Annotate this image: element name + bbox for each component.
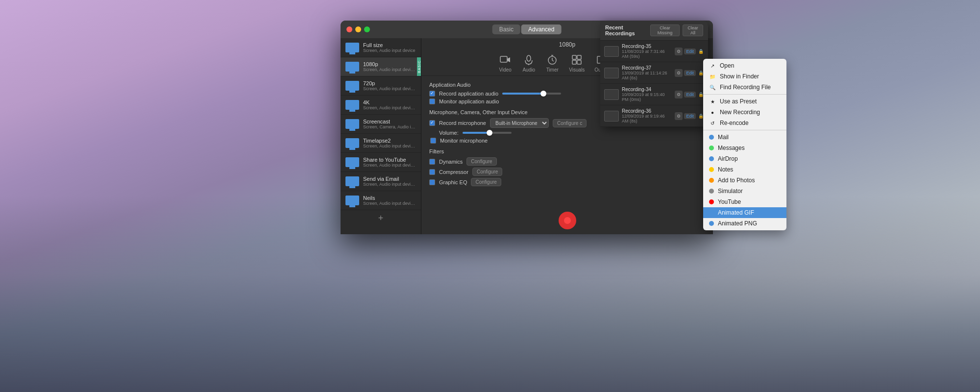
preset-icon: ★ [709, 98, 716, 105]
monitor-mic-label: Monitor microphone [440, 138, 488, 144]
video-icon [498, 54, 512, 66]
recording-lock-button[interactable]: 🔒 [697, 48, 704, 55]
ctx-mail[interactable]: Mail [703, 132, 786, 143]
recording-date: 11/08/2019 at 7:31:46 AM (59s) [622, 49, 672, 59]
context-menu-section-1: ↗ Open 📁 Show in Finder 🔍 Find Recording… [703, 59, 786, 95]
recording-name: Recording-36 [622, 108, 672, 114]
graphic-eq-label: Graphic EQ [439, 179, 467, 185]
minimize-button[interactable] [355, 26, 361, 32]
monitor-app-audio-checkbox[interactable] [429, 98, 435, 104]
compressor-checkbox[interactable] [429, 169, 435, 175]
record-app-audio-checkbox[interactable] [429, 91, 435, 97]
sidebar-item-1080p[interactable]: 1080p Screen, Audio input device,... BAS… [341, 57, 421, 76]
sidebar-item-share-youtube[interactable]: Share to YouTube Screen, Audio input dev… [341, 153, 421, 172]
ctx-notes[interactable]: Notes [703, 164, 786, 175]
compressor-configure-btn[interactable]: Configure [472, 168, 502, 176]
toolbar-visuals[interactable]: Visuals [569, 54, 585, 73]
ctx-new-recording[interactable]: ● New Recording [703, 107, 786, 118]
recording-item-34[interactable]: Recording-34 10/09/2019 at 9:15:40 PM (0… [600, 84, 708, 105]
app-audio-slider[interactable] [502, 93, 561, 95]
recording-gear-button[interactable]: ⚙ [675, 48, 683, 55]
recent-recordings-title: Recent Recordings [605, 24, 650, 36]
recording-gear-button[interactable]: ⚙ [675, 112, 683, 120]
sidebar-item-4k[interactable]: 4K Screen, Audio input device,... [341, 96, 421, 115]
recording-item-36[interactable]: Recording-36 12/09/2019 at 9:19:46 AM (8… [600, 105, 708, 127]
sidebar-item-send-email[interactable]: Send via Email Screen, Audio input devic… [341, 172, 421, 191]
toolbar-video[interactable]: Video [498, 54, 512, 73]
recording-item-35[interactable]: Recording-35 11/08/2019 at 7:31:46 AM (5… [600, 41, 708, 62]
mic-dropdown[interactable]: Built-in Microphone [490, 118, 549, 128]
recording-gear-button[interactable]: ⚙ [675, 69, 683, 77]
recording-edit-button[interactable]: Edit [684, 70, 696, 76]
airdrop-icon [709, 156, 714, 161]
graphic-eq-configure-btn[interactable]: Configure [471, 178, 501, 186]
recording-item-37[interactable]: Recording-37 13/09/2019 at 11:14:26 AM (… [600, 62, 708, 84]
monitor-mic-row: Monitor microphone [429, 138, 705, 144]
close-button[interactable] [346, 26, 352, 32]
ctx-animated-png[interactable]: Animated PNG [703, 218, 786, 229]
monitor-icon [345, 43, 359, 52]
recording-edit-button[interactable]: Edit [684, 49, 696, 54]
volume-slider[interactable] [463, 132, 512, 134]
graphic-eq-checkbox[interactable] [429, 179, 435, 185]
ctx-find-recording[interactable]: 🔍 Find Recording File [703, 82, 786, 93]
compressor-row: Compressor Configure [429, 168, 705, 176]
recording-thumbnail [604, 46, 619, 57]
sidebar-item-neils[interactable]: Neils Screen, Audio input device,... [341, 191, 421, 210]
recording-edit-button[interactable]: Edit [684, 113, 696, 119]
timer-icon [545, 54, 559, 66]
monitor-icon [345, 196, 359, 205]
svg-line-6 [552, 60, 554, 61]
toolbar-timer[interactable]: Timer [545, 54, 559, 73]
tab-advanced[interactable]: Advanced [521, 24, 561, 34]
ctx-open[interactable]: ↗ Open [703, 60, 786, 71]
context-menu-section-3: Mail Messages AirDrop Notes Add to Photo… [703, 130, 786, 230]
ctx-show-finder[interactable]: 📁 Show in Finder [703, 71, 786, 82]
basic-badge: BASIC [417, 57, 421, 76]
dynamics-checkbox[interactable] [429, 159, 435, 165]
ctx-reencode[interactable]: ↺ Re-encode [703, 118, 786, 128]
sidebar-item-title: 720p [363, 80, 416, 86]
ctx-simulator[interactable]: Simulator [703, 186, 786, 196]
svg-rect-10 [572, 60, 576, 64]
ctx-youtube[interactable]: YouTube [703, 196, 786, 207]
record-mic-checkbox[interactable] [429, 120, 435, 126]
ctx-use-preset[interactable]: ★ Use as Preset [703, 96, 786, 107]
recording-edit-button[interactable]: Edit [684, 92, 696, 98]
zoom-button[interactable] [364, 26, 370, 32]
recording-buttons: ⚙ Edit 🔒 [675, 69, 704, 77]
sidebar-item-720p[interactable]: 720p Screen, Audio input device,... [341, 76, 421, 96]
monitor-icon [345, 100, 359, 110]
simulator-icon [709, 189, 714, 194]
sidebar-item-screencast[interactable]: Screencast Screen, Camera, Audio input..… [341, 115, 421, 134]
toolbar-audio[interactable]: Audio [522, 54, 536, 73]
recording-info: Recording-34 10/09/2019 at 9:15:40 PM (0… [622, 87, 672, 102]
recording-thumbnail [604, 68, 619, 78]
sidebar-item-title: 1080p [363, 61, 416, 67]
gif-icon [709, 210, 714, 215]
sidebar-item-timelapse2[interactable]: Timelapse2 Screen, Audio input device,..… [341, 134, 421, 153]
dynamics-configure-btn[interactable]: Configure [466, 157, 496, 166]
monitor-mic-checkbox[interactable] [430, 138, 436, 144]
sidebar-item-full-size[interactable]: Full size Screen, Audio input device [341, 38, 421, 57]
filters-title: Filters [429, 148, 705, 154]
ctx-add-photos[interactable]: Add to Photos [703, 175, 786, 186]
ctx-airdrop[interactable]: AirDrop [703, 153, 786, 164]
mail-icon [709, 135, 714, 140]
filters-section: Filters Dynamics Configure Compressor Co… [429, 148, 705, 186]
ctx-messages[interactable]: Messages [703, 143, 786, 153]
record-button[interactable] [559, 212, 576, 229]
recording-name: Recording-35 [622, 44, 672, 49]
sidebar-item-subtitle: Screen, Audio input device [363, 48, 416, 53]
sidebar-item-title: Screencast [363, 119, 416, 124]
record-mic-label: Record microphone [439, 120, 486, 126]
recording-buttons: ⚙ Edit 🔒 [675, 112, 704, 120]
svg-rect-11 [577, 60, 581, 64]
configure-mic-button[interactable]: Configure c [553, 119, 587, 127]
clear-missing-button[interactable]: Clear Missing [650, 24, 680, 36]
ctx-animated-gif[interactable]: Animated GIF [703, 207, 786, 218]
tab-basic[interactable]: Basic [492, 24, 520, 34]
add-preset-button[interactable]: + [341, 210, 421, 226]
clear-all-button[interactable]: Clear All [683, 24, 703, 36]
recording-gear-button[interactable]: ⚙ [675, 91, 683, 98]
